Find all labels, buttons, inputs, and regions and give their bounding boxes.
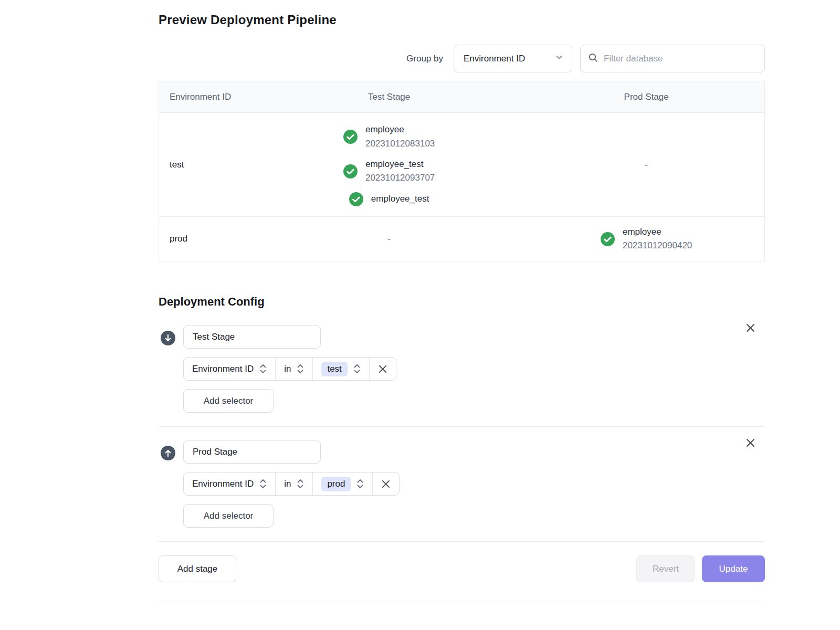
add-stage-button[interactable]: Add stage [159, 555, 236, 582]
updown-chevron-icon [297, 363, 304, 374]
label-selector: Environment ID in prod [183, 472, 400, 496]
stage-divider [159, 426, 765, 427]
updown-chevron-icon [356, 478, 364, 489]
stage-title-input[interactable] [183, 325, 321, 349]
selector-value-select[interactable]: test [312, 358, 369, 380]
success-check-icon [601, 232, 615, 246]
selector-value-select[interactable]: prod [312, 472, 372, 495]
column-header-prod-stage: Prod Stage [528, 92, 764, 102]
database-entry: employee 20231012083103 [343, 123, 435, 151]
page-title: Preview Deployment Pipeline [159, 13, 765, 27]
pipeline-preview-table: Environment ID Test Stage Prod Stage tes… [159, 81, 765, 261]
updown-chevron-icon [259, 363, 267, 374]
selector-operator-value: in [284, 364, 291, 374]
updown-chevron-icon [297, 478, 304, 489]
column-header-test-stage: Test Stage [250, 92, 528, 102]
update-button[interactable]: Update [702, 555, 765, 582]
selector-key-value: Environment ID [192, 479, 254, 489]
search-icon [588, 52, 598, 65]
database-entry: employee_test 20231012093707 [343, 158, 435, 185]
selector-key-value: Environment ID [192, 364, 254, 374]
group-by-selected-value: Environment ID [464, 54, 525, 64]
database-version: 20231012083103 [365, 137, 435, 151]
empty-placeholder: - [387, 234, 391, 244]
arrow-up-circle-icon [161, 446, 175, 460]
test-stage-cell: employee 20231012083103 employee_test 20… [250, 123, 528, 206]
toolbar: Group by Environment ID [159, 45, 765, 72]
stage-config-test: Environment ID in test Add selector [159, 325, 765, 413]
bottom-divider [159, 603, 765, 603]
selector-key-select[interactable]: Environment ID [184, 472, 275, 495]
add-selector-button[interactable]: Add selector [183, 504, 274, 528]
footer-actions: Add stage Revert Update [159, 555, 765, 582]
table-row-prod: prod - employee 20231012090420 [159, 216, 764, 261]
table-row-test: test employee 20231012083103 employee_te… [159, 112, 764, 216]
label-selector: Environment ID in test [183, 357, 396, 381]
prod-stage-cell: - [528, 160, 764, 170]
updown-chevron-icon [353, 363, 361, 374]
database-name: employee [623, 225, 692, 239]
selector-value-badge: test [321, 362, 347, 376]
selector-value-badge: prod [321, 477, 351, 491]
database-entry: employee_test [349, 192, 429, 206]
table-header-row: Environment ID Test Stage Prod Stage [159, 81, 764, 112]
group-by-label: Group by [406, 54, 443, 64]
remove-stage-icon[interactable] [744, 437, 756, 448]
arrow-down-circle-icon [161, 331, 175, 345]
deployment-pipeline-page: Preview Deployment Pipeline Group by Env… [159, 0, 765, 603]
environment-id-cell: prod [159, 234, 250, 244]
selector-key-select[interactable]: Environment ID [184, 358, 275, 380]
footer-divider [159, 541, 765, 542]
selector-operator-select[interactable]: in [275, 358, 312, 380]
remove-stage-icon[interactable] [744, 322, 756, 333]
group-by-select[interactable]: Environment ID [454, 45, 572, 72]
environment-id-cell: test [159, 160, 250, 170]
test-stage-cell: - [250, 234, 528, 244]
selector-operator-select[interactable]: in [275, 472, 312, 495]
updown-chevron-icon [259, 478, 267, 489]
remove-selector-icon[interactable] [369, 358, 396, 380]
database-name: employee_test [371, 192, 429, 206]
filter-database-box[interactable] [580, 45, 765, 72]
empty-placeholder: - [645, 160, 648, 170]
revert-button[interactable]: Revert [636, 555, 695, 582]
add-selector-button[interactable]: Add selector [183, 389, 274, 413]
prod-stage-cell: employee 20231012090420 [528, 225, 764, 253]
success-check-icon [343, 130, 358, 144]
chevron-down-icon [555, 53, 563, 64]
database-name: employee [365, 123, 435, 136]
database-entry: employee 20231012090420 [601, 225, 692, 253]
deployment-config-heading: Deployment Config [159, 295, 765, 309]
selector-operator-value: in [284, 479, 291, 489]
success-check-icon [349, 192, 363, 206]
filter-database-input[interactable] [604, 54, 757, 64]
database-version: 20231012090420 [623, 239, 692, 253]
success-check-icon [343, 164, 358, 178]
column-header-environment-id: Environment ID [159, 92, 250, 102]
remove-selector-icon[interactable] [372, 472, 399, 495]
stage-title-input[interactable] [183, 440, 321, 464]
stage-config-prod: Environment ID in prod Add selector [159, 440, 765, 528]
database-name: employee_test [365, 158, 435, 171]
database-version: 20231012093707 [365, 171, 435, 185]
